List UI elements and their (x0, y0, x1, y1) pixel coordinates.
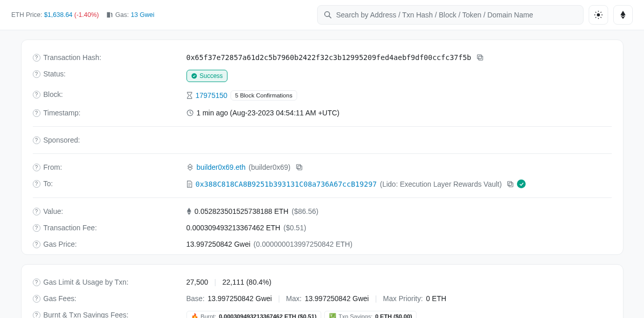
max-value: 13.997250842 Gwei (305, 294, 369, 303)
pipe-divider: | (375, 294, 377, 303)
to-link[interactable]: 0x388C818CA8B9251b393131C08a736A67ccB192… (196, 180, 377, 188)
burnt-tag-label: Burnt: (201, 313, 217, 318)
help-icon[interactable]: ? (33, 91, 40, 98)
row-gasprice: ?Gas Price: 13.997250842 Gwei (0.0000000… (22, 236, 623, 252)
help-icon[interactable]: ? (33, 54, 40, 62)
from-label: From: (44, 163, 63, 171)
confirmations-badge: 5 Block Confirmations (231, 90, 297, 101)
value-usd: ($86.56) (292, 207, 318, 215)
max-label: Max: (286, 294, 301, 303)
help-icon[interactable]: ? (33, 208, 40, 215)
burnt-label: Burnt & Txn Savings Fees: (44, 311, 129, 318)
help-icon[interactable]: ? (33, 311, 40, 319)
hourglass-icon (186, 92, 193, 99)
topbar-right (317, 5, 633, 25)
topbar: ETH Price: $1,638.64 (-1.40%) Gas: 13 Gw… (0, 0, 644, 30)
transaction-card: ?Transaction Hash: 0x65f37e72857a61d2c5b… (21, 39, 624, 255)
help-icon[interactable]: ? (33, 180, 40, 188)
txhash-label: Transaction Hash: (44, 53, 101, 62)
svg-rect-7 (509, 183, 513, 187)
theme-toggle-button[interactable] (589, 5, 608, 25)
savings-icon: 💹 (329, 313, 336, 318)
timestamp-label: Timestamp: (44, 109, 81, 117)
sun-icon (594, 11, 603, 19)
maxprio-value: 0 ETH (426, 294, 446, 303)
topbar-left: ETH Price: $1,638.64 (-1.40%) Gas: 13 Gw… (11, 11, 154, 18)
row-txhash: ?Transaction Hash: 0x65f37e72857a61d2c5b… (22, 49, 623, 66)
ens-icon (186, 164, 194, 171)
row-timestamp: ?Timestamp: 1 min ago (Aug-23-2023 04:54… (22, 105, 623, 121)
row-gaslimit: ?Gas Limit & Usage by Txn: 27,500 | 22,1… (22, 274, 623, 290)
gas-group: Gas: 13 Gwei (106, 11, 154, 18)
status-badge: Success (186, 70, 227, 82)
gas-value-link[interactable]: 13 Gwei (131, 11, 154, 18)
divider (33, 197, 612, 198)
help-icon[interactable]: ? (33, 109, 40, 117)
maxprio-label: Max Priority: (383, 294, 423, 303)
to-label: To: (44, 180, 53, 188)
svg-rect-6 (297, 165, 301, 169)
ethereum-network-button[interactable] (613, 5, 633, 25)
savings-tag: 💹 Txn Savings: 0 ETH ($0.00) (324, 311, 417, 318)
eth-price-change: (-1.40%) (74, 11, 99, 18)
search-icon (324, 11, 332, 19)
fee-eth: 0.000309493213367462 ETH (186, 224, 281, 232)
to-tag: (Lido: Execution Layer Rewards Vault) (380, 180, 502, 188)
status-label: Status: (44, 70, 66, 78)
row-sponsored: ?Sponsored: (22, 132, 623, 148)
svg-rect-2 (477, 55, 482, 59)
svg-rect-5 (298, 166, 302, 170)
svg-rect-8 (508, 181, 512, 185)
base-label: Base: (186, 294, 205, 303)
block-label: Block: (44, 90, 63, 98)
gasprice-eth: (0.000000013997250842 ETH) (254, 240, 352, 248)
from-link[interactable]: builder0x69.eth (197, 163, 246, 171)
search-input[interactable] (336, 11, 577, 19)
row-fee: ?Transaction Fee: 0.000309493213367462 E… (22, 220, 623, 236)
txhash-value: 0x65f37e72857a61d2c5b7960b2422f32c3b1299… (186, 53, 471, 62)
row-from: ?From: builder0x69.eth (builder0x69) (22, 159, 623, 175)
help-icon[interactable]: ? (33, 164, 40, 171)
burnt-tag-value: 0.000309493213367462 ETH ($0.51) (219, 313, 317, 318)
help-icon[interactable]: ? (33, 279, 40, 286)
fire-icon: 🔥 (191, 313, 198, 318)
gasfees-label: Gas Fees: (44, 294, 77, 303)
eth-price-group: ETH Price: $1,638.64 (-1.40%) (11, 11, 99, 18)
gaslimit-label: Gas Limit & Usage by Txn: (44, 278, 129, 286)
fee-label: Transaction Fee: (44, 224, 97, 232)
pipe-divider: | (214, 278, 216, 286)
ethereum-icon (619, 11, 627, 19)
row-block: ?Block: 17975150 5 Block Confirmations (22, 86, 623, 105)
pipe-divider: | (278, 294, 280, 303)
base-value: 13.997250842 Gwei (207, 294, 272, 303)
block-link[interactable]: 17975150 (196, 91, 227, 100)
savings-tag-label: Txn Savings: (339, 313, 372, 318)
help-icon[interactable]: ? (33, 241, 40, 248)
gas-card: ?Gas Limit & Usage by Txn: 27,500 | 22,1… (21, 264, 624, 318)
help-icon[interactable]: ? (33, 136, 40, 144)
gasprice-label: Gas Price: (44, 240, 77, 248)
copy-icon[interactable] (296, 164, 303, 171)
value-label: Value: (44, 207, 64, 215)
search-box[interactable] (317, 5, 584, 25)
copy-icon[interactable] (507, 181, 514, 188)
divider (33, 126, 612, 127)
row-to: ?To: 0x388C818CA8B9251b393131C08a736A67c… (22, 175, 623, 192)
value-eth: 0.052823501525738188 ETH (195, 207, 289, 215)
gas-pump-icon (106, 11, 113, 18)
divider (33, 153, 612, 154)
row-status: ?Status: Success (22, 66, 623, 86)
gas-limit-value: 27,500 (186, 278, 209, 286)
copy-icon[interactable] (476, 54, 484, 61)
gasprice-gwei: 13.997250842 Gwei (186, 240, 251, 248)
timestamp-value: 1 min ago (Aug-23-2023 04:54:11 AM +UTC) (197, 109, 340, 117)
row-value: ?Value: 0.052823501525738188 ETH ($86.56… (22, 203, 623, 220)
fee-usd: ($0.51) (283, 224, 306, 232)
from-tag: (builder0x69) (248, 163, 290, 171)
eth-price-link[interactable]: $1,638.64 (44, 11, 73, 18)
row-gasfees: ?Gas Fees: Base: 13.997250842 Gwei | Max… (22, 290, 623, 307)
contract-icon (186, 181, 193, 188)
help-icon[interactable]: ? (33, 224, 40, 232)
help-icon[interactable]: ? (33, 295, 40, 303)
help-icon[interactable]: ? (33, 70, 40, 78)
